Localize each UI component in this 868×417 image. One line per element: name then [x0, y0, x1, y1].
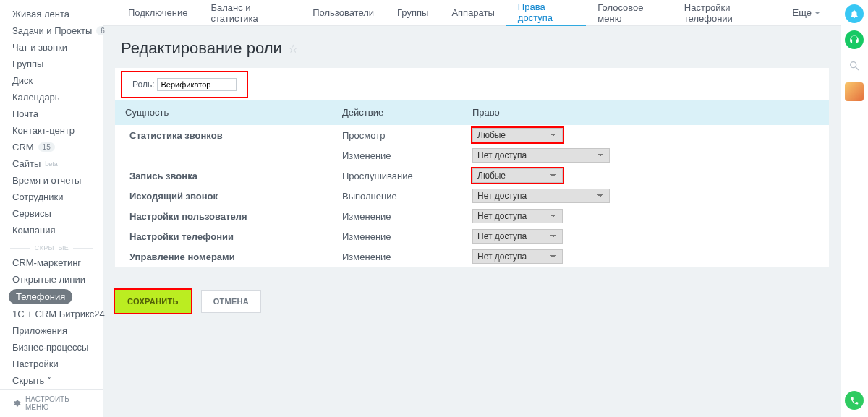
avatar[interactable] [845, 82, 864, 101]
tab[interactable]: Баланс и статистика [199, 0, 301, 25]
sidebar-item[interactable]: Телефония [9, 289, 72, 304]
sidebar-item-label: CRM [12, 142, 34, 152]
sidebar-item[interactable]: Время и отчеты [0, 172, 103, 189]
tab-more[interactable]: Еще [781, 0, 832, 25]
table-row: ИзменениеНет доступа [115, 145, 829, 165]
sidebar-item[interactable]: Приложения [0, 322, 103, 339]
sidebar-item[interactable]: Контакт-центр [0, 122, 103, 139]
count-badge: 6 [96, 26, 109, 35]
sidebar-item[interactable]: Компания [0, 222, 103, 238]
button-row: Сохранить Отмена [103, 278, 841, 324]
permission-select[interactable]: Нет доступа [472, 148, 610, 163]
permission-select[interactable]: Любые [472, 128, 563, 142]
sidebar-item-label: Календарь [12, 92, 60, 103]
tab[interactable]: Настройки телефонии [673, 0, 781, 25]
bell-icon[interactable] [845, 4, 864, 23]
action-cell: Выполнение [332, 186, 462, 206]
sidebar-item[interactable]: Бизнес-процессы [0, 339, 103, 356]
sidebar-item[interactable]: Чат и звонки [0, 39, 103, 56]
table-row: Исходящий звонокВыполнениеНет доступа [115, 186, 829, 206]
role-label: Роль: [132, 79, 154, 90]
tab[interactable]: Голосовое меню [586, 0, 673, 25]
permission-cell: Нет доступа [462, 206, 829, 226]
permission-cell: Любые [462, 125, 829, 145]
cancel-button[interactable]: Отмена [201, 290, 261, 313]
table-row: Статистика звонковПросмотрЛюбые [115, 125, 829, 145]
sidebar-item[interactable]: Сайтыbeta [0, 155, 103, 172]
sidebar-item[interactable]: CRM-маркетинг [0, 254, 103, 271]
svg-line-1 [856, 67, 859, 70]
sidebar-item-label: Сервисы [12, 208, 51, 219]
permission-select[interactable]: Нет доступа [472, 229, 563, 244]
permission-select[interactable]: Любые [472, 168, 563, 183]
table-row: Настройки пользователяИзменениеНет досту… [115, 206, 829, 226]
permission-cell: Нет доступа [462, 246, 829, 267]
sidebar-item[interactable]: Диск [0, 72, 103, 89]
search-icon[interactable] [845, 56, 864, 75]
tab[interactable]: Группы [386, 0, 440, 25]
permissions-table: СущностьДействиеПраво Статистика звонков… [115, 100, 829, 267]
sidebar-item-label: Чат и звонки [12, 42, 67, 53]
tab[interactable]: Аппараты [440, 0, 506, 25]
permission-select[interactable]: Нет доступа [472, 209, 563, 223]
sidebar-item[interactable]: Скрыть ˅ [0, 372, 103, 389]
phone-icon[interactable] [845, 391, 864, 410]
sidebar-item[interactable]: Группы [0, 56, 103, 72]
table-row: Настройки телефонииИзменениеНет доступа [115, 226, 829, 246]
save-button[interactable]: Сохранить [115, 290, 191, 313]
table-row: Управление номерамиИзменениеНет доступа [115, 246, 829, 267]
configure-menu-label: Настроить меню [25, 395, 91, 411]
action-cell: Просмотр [332, 125, 462, 145]
sidebar-item[interactable]: Настройки [0, 356, 103, 372]
page-title: Редактирование роли [121, 39, 282, 58]
sidebar-item-label: Компания [12, 225, 56, 236]
sidebar-item[interactable]: Открытые линии [0, 271, 103, 288]
permission-cell: Нет доступа [462, 186, 829, 206]
action-cell: Изменение [332, 206, 462, 226]
role-input[interactable] [157, 78, 237, 91]
table-header: Право [462, 100, 829, 125]
tab[interactable]: Подключение [116, 0, 199, 25]
sidebar-item-label: Время и отчеты [12, 175, 81, 186]
sidebar-item[interactable]: Календарь [0, 89, 103, 106]
tab[interactable]: Права доступа [506, 0, 586, 26]
action-cell: Изменение [332, 145, 462, 165]
sidebar-item[interactable]: Сервисы [0, 205, 103, 222]
sidebar-item-label: Диск [12, 75, 33, 86]
main-area: ПодключениеБаланс и статистикаПользовате… [103, 0, 841, 417]
sidebar-item-label: Сайты [12, 158, 41, 169]
role-field-row: Роль: [122, 72, 247, 97]
table-row: Запись звонкаПрослушиваниеЛюбые [115, 165, 829, 186]
favorite-star-icon[interactable]: ☆ [288, 42, 298, 56]
entity-cell: Управление номерами [115, 246, 332, 267]
page-title-row: Редактирование роли ☆ [103, 26, 841, 68]
permission-cell: Нет доступа [462, 145, 829, 165]
action-cell: Изменение [332, 226, 462, 246]
entity-cell: Настройки телефонии [115, 226, 332, 246]
sidebar-item[interactable]: Живая лента [0, 6, 103, 22]
sidebar-item[interactable]: Почта [0, 106, 103, 122]
permission-cell: Нет доступа [462, 226, 829, 246]
svg-point-0 [851, 62, 856, 68]
sidebar-item[interactable]: 1С + CRM Битрикс24 [0, 306, 103, 322]
sidebar-item-label: Сотрудники [12, 192, 63, 202]
support-icon[interactable] [845, 30, 864, 49]
sidebar-hidden-header: скрытые [0, 244, 103, 252]
sidebar-item-label: Почта [12, 108, 38, 119]
sidebar-item-label: Группы [12, 59, 43, 69]
entity-cell [115, 145, 332, 165]
sidebar-item-label: Контакт-центр [12, 125, 75, 136]
sidebar-item[interactable]: Задачи и Проекты6 [0, 22, 103, 39]
permission-select[interactable]: Нет доступа [472, 189, 610, 203]
tab[interactable]: Пользователи [301, 0, 386, 25]
permission-cell: Любые [462, 165, 829, 186]
beta-badge: beta [45, 160, 58, 168]
sidebar-item[interactable]: CRM15 [0, 139, 103, 155]
count-badge: 15 [38, 142, 55, 152]
configure-menu[interactable]: Настроить меню [0, 389, 103, 417]
permission-select[interactable]: Нет доступа [472, 249, 563, 264]
sidebar-item[interactable]: Сотрудники [0, 189, 103, 205]
entity-cell: Настройки пользователя [115, 206, 332, 226]
gear-icon [12, 399, 21, 408]
top-tabs: ПодключениеБаланс и статистикаПользовате… [103, 0, 841, 26]
